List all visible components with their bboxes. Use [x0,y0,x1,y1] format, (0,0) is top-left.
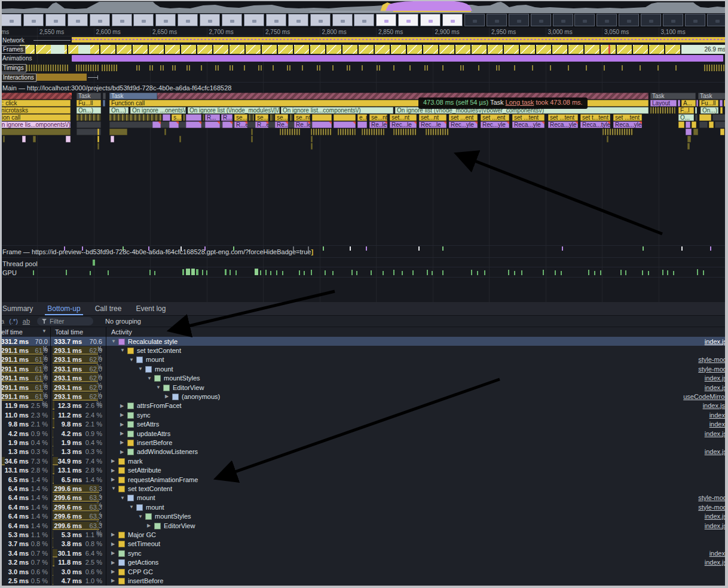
timing-mark[interactable] [393,65,394,71]
timing-mark[interactable] [377,65,378,71]
flame-segment[interactable] [186,114,201,121]
table-row[interactable]: 331.2 ms70.0 %333.7 ms70.6 %▼Recalculate… [0,337,728,346]
frame-block[interactable] [375,45,390,54]
timing-mark[interactable] [201,65,202,71]
flame-segment[interactable] [103,100,105,106]
timing-mark[interactable] [427,65,428,71]
flame-segment[interactable] [186,121,201,128]
flame-segment[interactable] [169,121,179,128]
flame-segment[interactable]: Rec...le [390,121,417,128]
flame-segment[interactable]: set...nt [419,114,446,121]
table-row[interactable]: 6.4 ms1.4 %299.6 ms63.3 %▼set textConten… [0,484,728,493]
flame-segment[interactable] [203,114,204,121]
table-row[interactable]: 6.4 ms1.4 %299.6 ms63.3 %▼mountstyle-mod [0,502,728,511]
source-link[interactable]: index.js [705,513,727,520]
flame-segment[interactable] [205,121,220,128]
frame-block[interactable] [342,45,357,54]
frame-block[interactable] [197,45,212,54]
tab-summary[interactable]: Summary [0,302,40,315]
flame-segment[interactable]: se..nt [294,114,310,121]
source-link[interactable]: style-mod [698,494,727,501]
flame-segment[interactable] [334,121,356,128]
timing-mark[interactable] [498,65,500,71]
screenshot-thumbnail[interactable] [45,14,66,26]
flame-segment[interactable]: Re..le [369,121,387,128]
flame-segment[interactable]: se...t [234,114,247,121]
frame-block[interactable] [391,45,406,54]
flame-segment[interactable] [699,121,708,128]
flame-segment[interactable]: On ignore lis...omponents\/) [0,121,71,128]
flame-segment[interactable]: e..nt [357,114,367,121]
tree-expander-icon[interactable]: ▶ [111,569,117,574]
table-row[interactable]: 13.1 ms2.8 %13.1 ms2.8 %▶setAttribute [0,466,728,475]
screenshot-thumbnail[interactable] [1,14,22,26]
flame-segment[interactable] [152,121,161,128]
table-row[interactable]: 1.9 ms0.4 %1.9 ms0.4 %▶insertBefore [0,438,728,447]
frame-block[interactable] [181,45,196,54]
screenshot-thumbnail[interactable] [133,14,154,26]
flame-segment[interactable] [426,129,449,135]
table-row[interactable]: 11.0 ms2.3 %11.2 ms2.4 %▶syncindex. [0,410,728,419]
timing-mark[interactable] [362,65,363,71]
timing-mark[interactable] [586,65,587,71]
frame-block[interactable] [455,45,470,54]
flame-segment[interactable]: R... [221,114,233,121]
frame-block-idle[interactable] [51,45,65,54]
timing-mark[interactable] [640,65,641,71]
table-row[interactable]: 6.4 ms1.4 %299.6 ms63.3 %▼mountstyle-mod [0,493,728,502]
screenshot-thumbnail[interactable] [244,14,264,26]
grouping-select[interactable]: No grouping ▼ [105,318,186,325]
source-link[interactable]: index.js [705,448,727,455]
tree-expander-icon[interactable]: ▶ [120,449,126,455]
flame-segment[interactable] [109,129,127,135]
source-link[interactable]: index.js [705,430,727,437]
tree-expander-icon[interactable]: ▶ [147,523,153,528]
gpu-track[interactable] [0,267,728,276]
thread-pool-track[interactable] [0,258,728,267]
flame-segment[interactable] [678,100,680,106]
filter-input[interactable]: Filter [37,317,93,325]
frame-block-idle[interactable] [78,45,90,54]
flame-segment[interactable]: set ...tent [512,114,545,121]
flame-segment[interactable]: R... [205,114,220,121]
frame-block[interactable] [407,45,422,54]
timing-mark[interactable] [675,65,677,71]
screenshot-thumbnail[interactable] [619,14,639,26]
flame-segment[interactable]: On...) [701,107,718,114]
flame-segment[interactable] [311,143,313,150]
frame-block[interactable] [649,45,664,54]
flame-segment[interactable]: se...nt [369,114,387,121]
flame-segment[interactable] [607,136,608,142]
screenshot-thumbnail[interactable] [376,14,396,26]
timing-mark[interactable] [136,65,137,71]
column-divider[interactable] [106,327,106,588]
frame-block[interactable] [472,45,487,54]
flame-segment[interactable]: On ignore list...components\/) [281,107,393,114]
timing-mark[interactable] [175,65,176,71]
tree-expander-icon[interactable]: ▶ [111,578,117,583]
timing-mark[interactable] [189,65,190,71]
flame-segment[interactable]: Rec...yle [449,121,478,128]
tree-expander-icon[interactable]: ▶ [120,440,126,445]
flame-segment[interactable] [66,136,71,142]
frame-block[interactable] [326,45,341,54]
flame-segment[interactable] [687,143,690,150]
frame-block[interactable] [617,45,632,54]
frame-block[interactable] [633,45,648,54]
tree-expander-icon[interactable]: ▶ [165,394,171,399]
source-link[interactable]: useCodeMirror [683,393,727,400]
frame-block[interactable] [294,45,309,54]
source-link[interactable]: index.js [705,338,727,345]
timing-mark[interactable] [149,65,151,71]
source-link[interactable]: index.js: [703,402,727,409]
timing-mark[interactable] [172,65,173,71]
timing-mark[interactable] [704,65,727,71]
flame-segment[interactable] [109,114,162,121]
frame-block[interactable] [230,45,244,54]
source-link[interactable]: index.js [705,559,727,566]
flame-segment[interactable]: Fu...ll [699,100,718,106]
flame-segment[interactable] [164,129,166,135]
flame-segment[interactable]: set ...ent [481,114,509,121]
regex-icon[interactable]: (.*) [9,318,18,325]
frame-block[interactable] [359,45,374,54]
